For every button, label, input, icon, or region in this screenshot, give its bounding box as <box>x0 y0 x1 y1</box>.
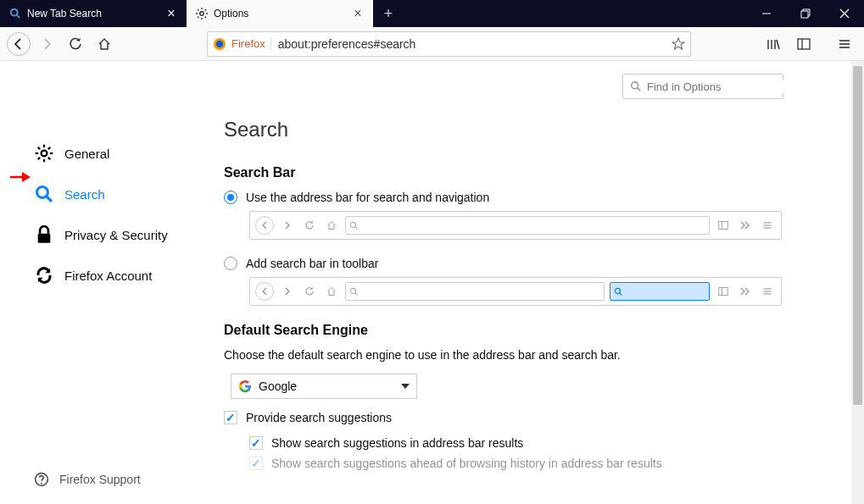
window-controls <box>747 0 864 27</box>
svg-line-9 <box>198 17 198 18</box>
sidebar-icon <box>715 283 732 300</box>
svg-line-32 <box>38 147 40 149</box>
demo-searchbar <box>610 282 710 301</box>
addressbar-demo <box>249 211 782 240</box>
annotation-arrow-icon <box>10 171 32 183</box>
demo-urlbar <box>345 282 605 301</box>
forward-icon <box>279 283 296 300</box>
help-icon <box>34 472 49 487</box>
overflow-icon <box>737 283 754 300</box>
svg-line-20 <box>777 40 779 49</box>
category-privacy[interactable]: Privacy & Security <box>0 214 224 255</box>
home-icon <box>323 283 340 300</box>
find-in-options[interactable] <box>622 74 783 99</box>
default-engine-select[interactable]: Google <box>231 374 417 399</box>
searchbar-heading: Search Bar <box>224 165 783 180</box>
svg-point-40 <box>41 482 42 484</box>
url-bar[interactable]: Firefox <box>207 31 691 57</box>
reload-button[interactable] <box>63 31 88 57</box>
svg-rect-45 <box>719 222 728 230</box>
checkbox-label: Show search suggestions ahead of browsin… <box>271 457 662 470</box>
checkbox-addressbar-suggestions[interactable]: ✓ Show search suggestions in address bar… <box>249 436 783 450</box>
svg-point-0 <box>11 9 18 16</box>
gear-icon <box>195 7 209 20</box>
scrollbar[interactable] <box>851 61 864 504</box>
reload-icon <box>301 217 318 234</box>
category-account[interactable]: Firefox Account <box>0 255 224 296</box>
back-icon <box>255 216 274 235</box>
menu-icon <box>759 283 776 300</box>
overflow-icon <box>737 217 754 234</box>
preferences-page: General Search Privacy & Security Firefo… <box>0 61 864 504</box>
reload-icon <box>301 283 318 300</box>
chevron-down-icon <box>401 384 410 389</box>
svg-line-1 <box>17 15 20 19</box>
radio-label: Add search bar in toolbar <box>246 257 378 270</box>
sync-icon <box>34 265 54 285</box>
svg-line-42 <box>638 88 641 91</box>
svg-line-10 <box>205 9 206 10</box>
home-button[interactable] <box>92 31 117 57</box>
radio-icon[interactable] <box>224 257 237 270</box>
category-label: General <box>64 147 109 161</box>
checkbox-label: Provide search suggestions <box>246 411 392 424</box>
url-input[interactable] <box>278 37 665 51</box>
menu-icon <box>759 217 776 234</box>
maximize-button[interactable] <box>786 0 825 27</box>
checkbox-icon[interactable]: ✓ <box>224 411 237 424</box>
checkbox-provide-suggestions[interactable]: ✓ Provide search suggestions <box>224 411 783 424</box>
checkbox-history-suggestions[interactable]: ✓ Show search suggestions ahead of brows… <box>249 457 783 470</box>
lock-icon <box>34 224 54 245</box>
forward-button[interactable] <box>34 31 59 57</box>
support-link[interactable]: Firefox Support <box>34 472 141 487</box>
back-button[interactable] <box>7 32 31 56</box>
checkbox-icon[interactable]: ✓ <box>249 436 263 450</box>
scrollbar-thumb[interactable] <box>853 66 862 405</box>
nav-toolbar: Firefox <box>0 27 864 61</box>
radio-separate-searchbar[interactable]: Add search bar in toolbar <box>224 257 783 270</box>
svg-rect-21 <box>798 39 810 49</box>
tab-new-tab-search[interactable]: New Tab Search × <box>0 0 187 27</box>
svg-point-41 <box>632 82 638 89</box>
minimize-button[interactable] <box>747 0 786 27</box>
sidebar-toggle-button[interactable] <box>791 31 817 57</box>
svg-line-37 <box>47 197 52 202</box>
library-button[interactable] <box>761 31 786 57</box>
category-label: Firefox Account <box>64 269 152 283</box>
selected-engine: Google <box>259 379 297 393</box>
radio-use-addressbar[interactable]: Use the address bar for search and navig… <box>224 191 783 204</box>
svg-point-43 <box>350 222 355 227</box>
category-search[interactable]: Search <box>0 174 224 214</box>
svg-point-2 <box>200 12 203 15</box>
svg-line-51 <box>355 292 358 295</box>
new-tab-button[interactable]: + <box>373 0 404 27</box>
search-icon <box>630 80 642 92</box>
checkbox-icon[interactable]: ✓ <box>249 457 263 470</box>
svg-line-33 <box>48 158 50 159</box>
close-window-button[interactable] <box>825 0 864 27</box>
identity-label: Firefox <box>231 37 265 50</box>
svg-point-50 <box>350 288 355 293</box>
svg-point-27 <box>42 151 47 157</box>
menu-button[interactable] <box>832 31 857 57</box>
close-icon[interactable]: × <box>351 7 365 20</box>
find-input[interactable] <box>647 80 789 93</box>
category-general[interactable]: General <box>0 133 224 174</box>
radio-icon[interactable] <box>224 191 237 204</box>
svg-point-36 <box>36 186 47 197</box>
svg-rect-38 <box>38 234 51 243</box>
bookmark-star-icon[interactable] <box>672 37 685 51</box>
tab-label: New Tab Search <box>27 8 159 19</box>
svg-rect-12 <box>801 11 808 18</box>
identity-box[interactable]: Firefox <box>213 37 271 51</box>
default-engine-desc: Choose the default search engine to use … <box>224 348 783 362</box>
default-engine-heading: Default Search Engine <box>224 323 783 338</box>
tab-options[interactable]: Options × <box>187 0 373 27</box>
svg-line-7 <box>198 9 198 10</box>
category-label: Privacy & Security <box>64 228 168 242</box>
searchbar-demo <box>249 277 782 306</box>
page-title: Search <box>224 118 783 141</box>
close-icon[interactable]: × <box>164 7 178 20</box>
svg-rect-54 <box>719 288 728 296</box>
svg-line-8 <box>205 17 206 18</box>
